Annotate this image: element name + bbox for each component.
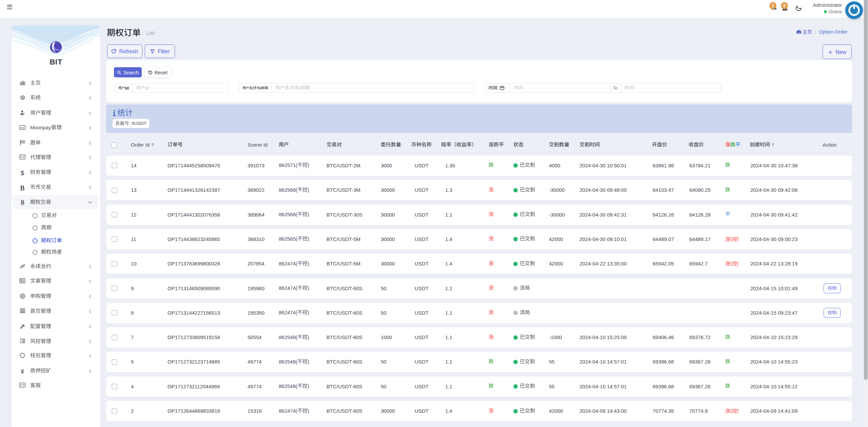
- svg-text:B: B: [21, 199, 24, 206]
- svg-text:CC: CC: [21, 126, 24, 129]
